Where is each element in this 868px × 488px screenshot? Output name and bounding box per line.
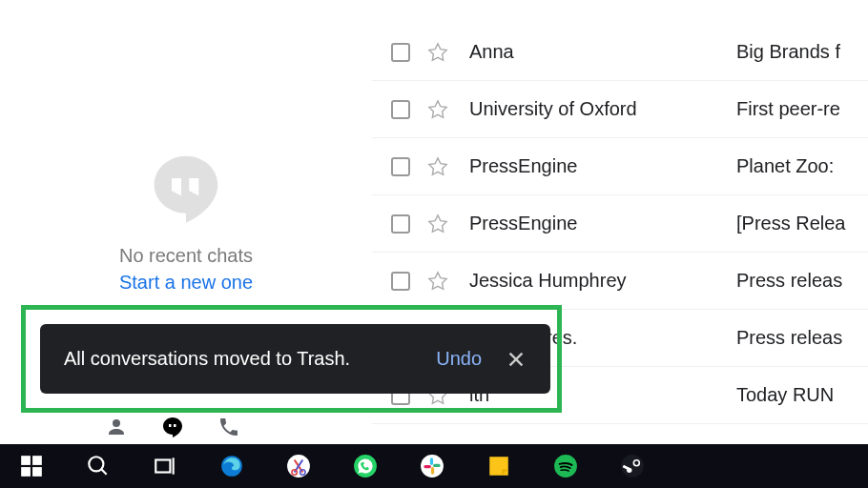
star-icon[interactable] [427,214,448,234]
svg-rect-24 [424,465,431,468]
svg-rect-1 [189,178,198,191]
svg-rect-8 [32,456,42,465]
snip-tool-icon[interactable] [277,444,320,488]
task-view-icon[interactable] [143,444,187,488]
email-checkbox[interactable] [391,157,410,176]
close-icon[interactable] [506,349,527,370]
svg-point-11 [89,457,103,471]
email-row[interactable]: PressEngine Planet Zoo: [372,138,868,195]
start-button[interactable] [10,444,53,488]
windows-taskbar [0,444,868,488]
star-icon[interactable] [427,99,448,120]
search-icon[interactable] [76,444,120,488]
email-checkbox[interactable] [391,43,410,62]
toast-notification: All conversations moved to Trash. Undo [40,324,550,394]
email-row[interactable]: PressEngine [Press Relea [372,195,868,253]
whatsapp-icon[interactable] [343,444,387,488]
svg-rect-25 [489,457,508,476]
email-sender: Anna [469,41,736,63]
email-subject: [Press Relea [736,213,846,234]
email-sender: PressEngine [469,213,736,234]
svg-rect-10 [32,467,42,477]
email-subject: Planet Zoo: [736,155,834,177]
svg-point-2 [113,419,120,427]
hangouts-icon [148,150,224,226]
star-icon[interactable] [427,156,448,177]
email-row[interactable]: Jessica Humphrey Press releas [372,253,868,310]
email-row[interactable]: University of Oxford First peer-re [372,81,868,138]
slack-icon[interactable] [410,444,454,488]
spotify-icon[interactable] [544,444,588,488]
hangouts-active-icon[interactable] [161,416,184,438]
star-icon[interactable] [427,42,448,63]
edge-browser-icon[interactable] [210,444,254,488]
email-checkbox[interactable] [391,272,410,291]
undo-button[interactable]: Undo [436,348,482,370]
svg-line-12 [101,469,106,474]
email-subject: Today RUN [736,384,834,406]
star-icon[interactable] [427,271,448,292]
svg-point-29 [634,461,638,465]
svg-rect-13 [155,460,170,473]
svg-rect-9 [21,467,31,477]
email-sender: Jessica Humphrey [469,270,736,292]
phone-icon[interactable] [217,416,240,438]
email-subject: First peer-re [736,98,840,120]
no-chats-label: No recent chats [119,245,253,267]
svg-rect-23 [431,467,434,475]
svg-rect-22 [433,464,441,467]
steam-icon[interactable] [610,444,654,488]
sticky-notes-icon[interactable] [477,444,521,488]
svg-rect-7 [21,456,31,465]
sidebar-tabs [105,416,240,443]
email-sender: PressEngine [469,155,736,177]
email-subject: Big Brands f [736,41,840,63]
email-subject: Press releas [736,327,842,349]
email-checkbox[interactable] [391,100,410,119]
svg-rect-0 [172,178,181,191]
svg-rect-4 [174,424,176,427]
svg-rect-21 [430,458,433,465]
start-new-chat-link[interactable]: Start a new one [119,272,253,294]
toast-message: All conversations moved to Trash. [64,348,412,370]
svg-rect-3 [169,424,172,427]
email-checkbox[interactable] [391,214,410,234]
email-sender: University of Oxford [469,98,736,120]
email-row[interactable]: Anna Big Brands f [372,24,868,81]
person-icon[interactable] [105,416,128,438]
email-subject: Press releas [736,270,842,292]
